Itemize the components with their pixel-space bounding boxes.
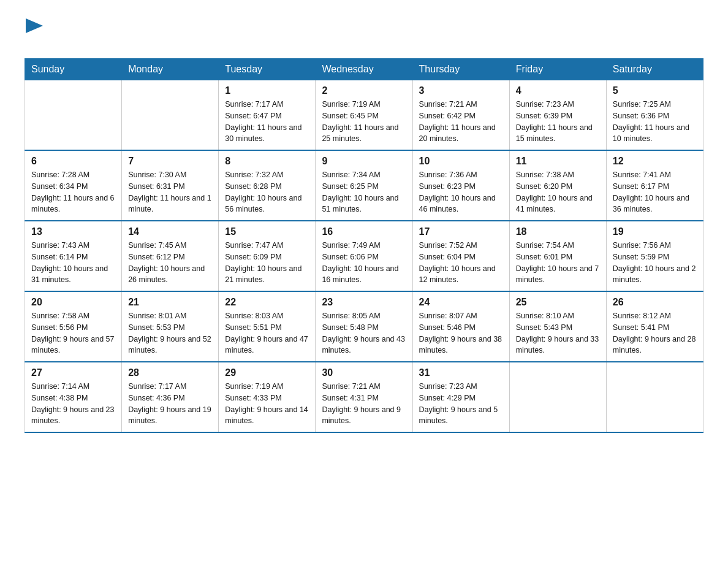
- calendar-week-row: 6Sunrise: 7:28 AM Sunset: 6:34 PM Daylig…: [25, 150, 703, 221]
- calendar-cell: 27Sunrise: 7:14 AM Sunset: 4:38 PM Dayli…: [25, 362, 122, 432]
- calendar-cell: 20Sunrise: 7:58 AM Sunset: 5:56 PM Dayli…: [25, 291, 122, 362]
- calendar-cell: 22Sunrise: 8:03 AM Sunset: 5:51 PM Dayli…: [219, 291, 316, 362]
- calendar-cell: 9Sunrise: 7:34 AM Sunset: 6:25 PM Daylig…: [316, 150, 412, 221]
- logo-triangle-icon: [26, 18, 43, 33]
- calendar-cell: [25, 80, 122, 151]
- calendar-week-row: 1Sunrise: 7:17 AM Sunset: 6:47 PM Daylig…: [25, 80, 703, 151]
- day-number: 23: [322, 297, 406, 308]
- day-detail: Sunrise: 7:21 AM Sunset: 6:42 PM Dayligh…: [419, 99, 503, 145]
- day-detail: Sunrise: 7:19 AM Sunset: 4:33 PM Dayligh…: [225, 381, 309, 427]
- day-number: 16: [322, 226, 406, 237]
- day-of-week-header: Tuesday: [219, 59, 316, 80]
- day-number: 31: [419, 367, 503, 378]
- calendar-cell: 25Sunrise: 8:10 AM Sunset: 5:43 PM Dayli…: [509, 291, 606, 362]
- day-number: 20: [31, 297, 115, 308]
- calendar-cell: 4Sunrise: 7:23 AM Sunset: 6:39 PM Daylig…: [509, 80, 606, 151]
- calendar-cell: 13Sunrise: 7:43 AM Sunset: 6:14 PM Dayli…: [25, 221, 122, 291]
- calendar-cell: 3Sunrise: 7:21 AM Sunset: 6:42 PM Daylig…: [412, 80, 509, 151]
- calendar-cell: 10Sunrise: 7:36 AM Sunset: 6:23 PM Dayli…: [412, 150, 509, 221]
- calendar-cell: 1Sunrise: 7:17 AM Sunset: 6:47 PM Daylig…: [219, 80, 316, 151]
- day-detail: Sunrise: 7:49 AM Sunset: 6:06 PM Dayligh…: [322, 240, 406, 286]
- day-detail: Sunrise: 7:19 AM Sunset: 6:45 PM Dayligh…: [322, 99, 406, 145]
- calendar-week-row: 13Sunrise: 7:43 AM Sunset: 6:14 PM Dayli…: [25, 221, 703, 291]
- day-detail: Sunrise: 7:41 AM Sunset: 6:17 PM Dayligh…: [613, 169, 697, 215]
- day-number: 12: [613, 156, 697, 167]
- day-detail: Sunrise: 8:10 AM Sunset: 5:43 PM Dayligh…: [516, 310, 600, 356]
- day-detail: Sunrise: 7:34 AM Sunset: 6:25 PM Dayligh…: [322, 169, 406, 215]
- day-number: 25: [516, 297, 600, 308]
- day-number: 2: [322, 85, 406, 96]
- calendar-cell: 5Sunrise: 7:25 AM Sunset: 6:36 PM Daylig…: [606, 80, 703, 151]
- day-number: 5: [613, 85, 697, 96]
- day-of-week-header: Friday: [509, 59, 606, 80]
- day-detail: Sunrise: 7:30 AM Sunset: 6:31 PM Dayligh…: [128, 169, 212, 215]
- day-number: 27: [31, 367, 115, 378]
- day-number: 26: [613, 297, 697, 308]
- calendar-week-row: 27Sunrise: 7:14 AM Sunset: 4:38 PM Dayli…: [25, 362, 703, 432]
- day-detail: Sunrise: 7:54 AM Sunset: 6:01 PM Dayligh…: [516, 240, 600, 286]
- day-detail: Sunrise: 7:17 AM Sunset: 6:47 PM Dayligh…: [225, 99, 309, 145]
- day-number: 9: [322, 156, 406, 167]
- calendar-cell: 12Sunrise: 7:41 AM Sunset: 6:17 PM Dayli…: [606, 150, 703, 221]
- day-number: 10: [419, 156, 503, 167]
- calendar-cell: [122, 80, 219, 151]
- day-number: 19: [613, 226, 697, 237]
- day-number: 21: [128, 297, 212, 308]
- day-number: 15: [225, 226, 309, 237]
- calendar-cell: 7Sunrise: 7:30 AM Sunset: 6:31 PM Daylig…: [122, 150, 219, 221]
- calendar-cell: 19Sunrise: 7:56 AM Sunset: 5:59 PM Dayli…: [606, 221, 703, 291]
- day-of-week-header: Sunday: [25, 59, 122, 80]
- day-detail: Sunrise: 8:05 AM Sunset: 5:48 PM Dayligh…: [322, 310, 406, 356]
- calendar-week-row: 20Sunrise: 7:58 AM Sunset: 5:56 PM Dayli…: [25, 291, 703, 362]
- calendar-cell: [606, 362, 703, 432]
- calendar-cell: 14Sunrise: 7:45 AM Sunset: 6:12 PM Dayli…: [122, 221, 219, 291]
- calendar-cell: 24Sunrise: 8:07 AM Sunset: 5:46 PM Dayli…: [412, 291, 509, 362]
- day-of-week-header: Wednesday: [316, 59, 412, 80]
- day-number: 4: [516, 85, 600, 96]
- day-detail: Sunrise: 7:14 AM Sunset: 4:38 PM Dayligh…: [31, 381, 115, 427]
- day-number: 14: [128, 226, 212, 237]
- day-detail: Sunrise: 8:03 AM Sunset: 5:51 PM Dayligh…: [225, 310, 309, 356]
- calendar-cell: 26Sunrise: 8:12 AM Sunset: 5:41 PM Dayli…: [606, 291, 703, 362]
- svg-marker-0: [26, 18, 43, 33]
- day-of-week-header: Monday: [122, 59, 219, 80]
- calendar-table: SundayMondayTuesdayWednesdayThursdayFrid…: [25, 58, 703, 433]
- day-detail: Sunrise: 7:52 AM Sunset: 6:04 PM Dayligh…: [419, 240, 503, 286]
- calendar-cell: 31Sunrise: 7:23 AM Sunset: 4:29 PM Dayli…: [412, 362, 509, 432]
- calendar-cell: 2Sunrise: 7:19 AM Sunset: 6:45 PM Daylig…: [316, 80, 412, 151]
- calendar-cell: 23Sunrise: 8:05 AM Sunset: 5:48 PM Dayli…: [316, 291, 412, 362]
- day-number: 13: [31, 226, 115, 237]
- calendar-cell: 21Sunrise: 8:01 AM Sunset: 5:53 PM Dayli…: [122, 291, 219, 362]
- calendar-cell: 29Sunrise: 7:19 AM Sunset: 4:33 PM Dayli…: [219, 362, 316, 432]
- day-detail: Sunrise: 8:01 AM Sunset: 5:53 PM Dayligh…: [128, 310, 212, 356]
- day-number: 22: [225, 297, 309, 308]
- calendar-cell: [509, 362, 606, 432]
- day-detail: Sunrise: 8:07 AM Sunset: 5:46 PM Dayligh…: [419, 310, 503, 356]
- day-number: 17: [419, 226, 503, 237]
- day-number: 1: [225, 85, 309, 96]
- calendar-cell: 30Sunrise: 7:21 AM Sunset: 4:31 PM Dayli…: [316, 362, 412, 432]
- day-detail: Sunrise: 7:58 AM Sunset: 5:56 PM Dayligh…: [31, 310, 115, 356]
- day-detail: Sunrise: 7:56 AM Sunset: 5:59 PM Dayligh…: [613, 240, 697, 286]
- day-detail: Sunrise: 7:25 AM Sunset: 6:36 PM Dayligh…: [613, 99, 697, 145]
- calendar-cell: 15Sunrise: 7:47 AM Sunset: 6:09 PM Dayli…: [219, 221, 316, 291]
- day-number: 24: [419, 297, 503, 308]
- day-detail: Sunrise: 7:45 AM Sunset: 6:12 PM Dayligh…: [128, 240, 212, 286]
- day-detail: Sunrise: 8:12 AM Sunset: 5:41 PM Dayligh…: [613, 310, 697, 356]
- calendar-cell: 16Sunrise: 7:49 AM Sunset: 6:06 PM Dayli…: [316, 221, 412, 291]
- day-detail: Sunrise: 7:21 AM Sunset: 4:31 PM Dayligh…: [322, 381, 406, 427]
- day-detail: Sunrise: 7:38 AM Sunset: 6:20 PM Dayligh…: [516, 169, 600, 215]
- calendar-cell: 28Sunrise: 7:17 AM Sunset: 4:36 PM Dayli…: [122, 362, 219, 432]
- day-detail: Sunrise: 7:23 AM Sunset: 6:39 PM Dayligh…: [516, 99, 600, 145]
- day-detail: Sunrise: 7:36 AM Sunset: 6:23 PM Dayligh…: [419, 169, 503, 215]
- calendar-cell: 8Sunrise: 7:32 AM Sunset: 6:28 PM Daylig…: [219, 150, 316, 221]
- day-detail: Sunrise: 7:17 AM Sunset: 4:36 PM Dayligh…: [128, 381, 212, 427]
- day-number: 6: [31, 156, 115, 167]
- day-number: 18: [516, 226, 600, 237]
- calendar-cell: 11Sunrise: 7:38 AM Sunset: 6:20 PM Dayli…: [509, 150, 606, 221]
- page-header: [25, 18, 703, 52]
- calendar-cell: 17Sunrise: 7:52 AM Sunset: 6:04 PM Dayli…: [412, 221, 509, 291]
- day-number: 30: [322, 367, 406, 378]
- day-detail: Sunrise: 7:43 AM Sunset: 6:14 PM Dayligh…: [31, 240, 115, 286]
- day-detail: Sunrise: 7:23 AM Sunset: 4:29 PM Dayligh…: [419, 381, 503, 427]
